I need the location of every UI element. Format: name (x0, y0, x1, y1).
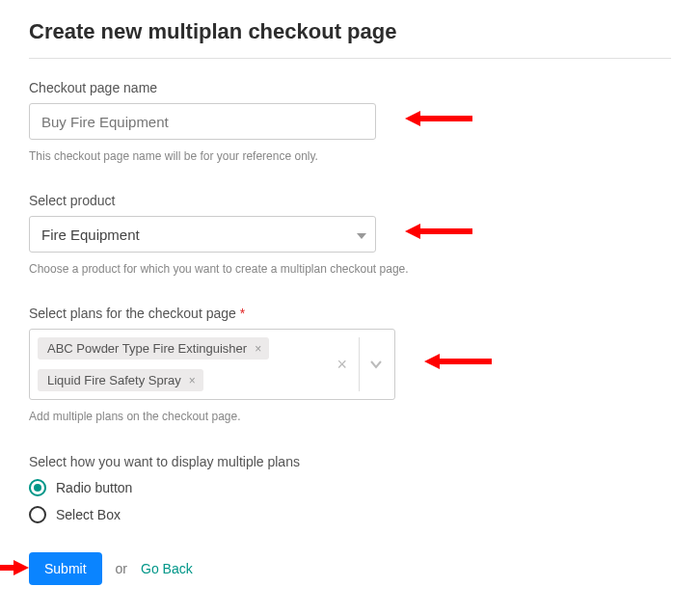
svg-marker-2 (405, 224, 472, 239)
svg-marker-3 (424, 354, 492, 369)
radio-option-label: Select Box (56, 507, 121, 522)
remove-tag-icon[interactable]: × (187, 374, 198, 387)
annotation-arrow (405, 222, 472, 241)
radio-option-select-box[interactable]: Select Box (29, 506, 434, 523)
go-back-link[interactable]: Go Back (141, 561, 193, 576)
radio-option-label: Radio button (56, 480, 132, 495)
form-actions: Submit or Go Back (29, 552, 671, 585)
page-title: Create new multiplan checkout page (29, 19, 671, 44)
select-plans-label-text: Select plans for the checkout page (29, 306, 236, 321)
plans-tags-container: ABC Powder Type Fire Extinguisher × Liqu… (30, 330, 323, 399)
submit-button[interactable]: Submit (29, 552, 102, 585)
plans-controls: × (323, 330, 394, 399)
clear-all-icon[interactable]: × (331, 355, 353, 375)
select-plans-label: Select plans for the checkout page * (29, 306, 434, 321)
select-product-label: Select product (29, 193, 434, 208)
radio-icon (29, 506, 46, 523)
checkout-name-input[interactable] (29, 103, 376, 140)
plans-multiselect[interactable]: ABC Powder Type Fire Extinguisher × Liqu… (29, 329, 395, 400)
product-select-value: Fire Equipment (41, 227, 140, 243)
or-text: or (116, 561, 127, 576)
plan-tag-label: Liquid Fire Safety Spray (47, 373, 181, 387)
checkout-name-label: Checkout page name (29, 80, 434, 95)
checkout-name-helper: This checkout page name will be for your… (29, 147, 415, 166)
field-select-plans: Select plans for the checkout page * ABC… (29, 306, 434, 426)
field-checkout-name: Checkout page name This checkout page na… (29, 80, 434, 166)
field-display-mode: Select how you want to display multiple … (29, 454, 434, 523)
required-asterisk: * (240, 306, 245, 321)
select-product-helper: Choose a product for which you want to c… (29, 260, 415, 279)
annotation-arrow (0, 558, 29, 577)
radio-icon (29, 479, 46, 496)
plan-tag-label: ABC Powder Type Fire Extinguisher (47, 341, 247, 356)
caret-down-icon (357, 226, 366, 243)
radio-option-radio-button[interactable]: Radio button (29, 479, 434, 496)
plan-tag: Liquid Fire Safety Spray × (38, 369, 203, 391)
display-mode-label: Select how you want to display multiple … (29, 454, 434, 469)
select-plans-helper: Add multiple plans on the checkout page. (29, 408, 415, 426)
chevron-down-icon[interactable] (365, 356, 387, 373)
vertical-divider (359, 337, 360, 391)
product-select[interactable]: Fire Equipment (29, 216, 376, 253)
remove-tag-icon[interactable]: × (253, 342, 263, 356)
svg-marker-4 (0, 560, 29, 575)
annotation-arrow (405, 109, 472, 128)
annotation-arrow (424, 352, 492, 371)
svg-marker-0 (405, 111, 472, 126)
divider (29, 58, 671, 59)
field-select-product: Select product Fire Equipment Choose a p… (29, 193, 434, 279)
svg-marker-1 (357, 233, 366, 239)
plan-tag: ABC Powder Type Fire Extinguisher × (38, 337, 269, 360)
